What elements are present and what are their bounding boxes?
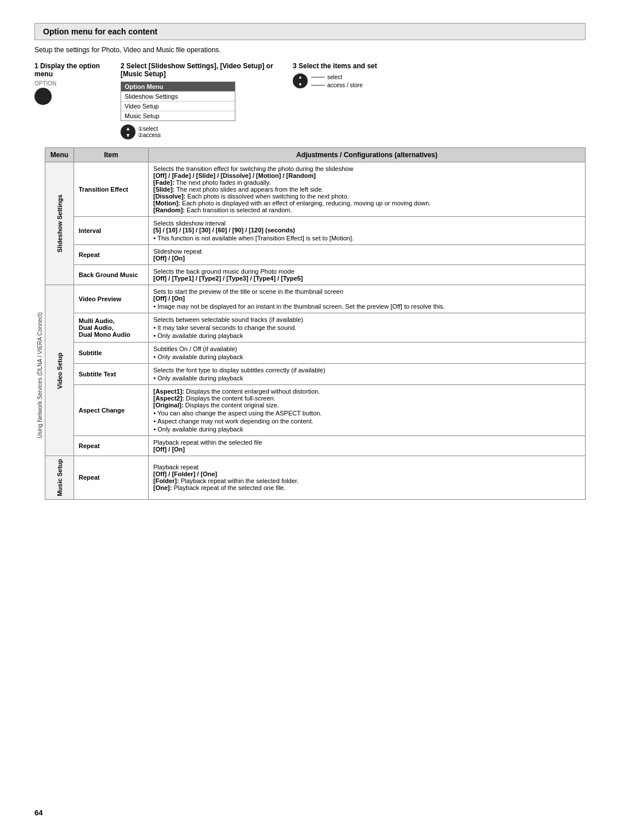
step2-title: Select [Slideshow Settings], [Video Setu… <box>121 62 273 78</box>
menu-item-slideshow[interactable]: Slideshow Settings <box>121 91 235 101</box>
step2-access-label: ②access <box>138 132 161 138</box>
bullet-text: ●You can also change the aspect using th… <box>153 410 580 417</box>
step3-labels: select access / store <box>311 74 363 88</box>
item-cell: Interval <box>74 217 149 245</box>
step3-select-label: select <box>327 74 342 80</box>
adj-cell: Sets to start the preview of the title o… <box>149 285 586 313</box>
adj-part-normal: Playback repeat <box>153 464 580 470</box>
dash-line-1 <box>311 77 325 77</box>
item-cell: Subtitle Text <box>74 364 149 385</box>
adj-part-normal: Selects between selectable sound tracks … <box>153 316 580 323</box>
menu-item-video[interactable]: Video Setup <box>121 101 235 111</box>
adj-cell: Slideshow repeat [Off] / [On] <box>149 245 586 265</box>
step1-heading: 1 Display the option menu <box>34 62 109 78</box>
adj-part-normal: Selects the back ground music during Pho… <box>153 268 580 275</box>
steps-area: 1 Display the option menu OPTION 2 Selec… <box>34 62 586 139</box>
item-cell: Repeat <box>74 436 149 456</box>
adj-cell: Selects the transition effect for switch… <box>149 162 586 217</box>
step3-number: 3 <box>293 62 297 70</box>
bullet-text: ●Only available during playback <box>153 353 580 360</box>
adj-cell: Selects the font type to display subtitl… <box>149 364 586 385</box>
page-number: 64 <box>34 808 42 817</box>
nav-btn-step3[interactable]: ▲ ▼ <box>293 73 308 88</box>
step1: 1 Display the option menu OPTION <box>34 62 109 107</box>
th-item: Item <box>74 148 149 162</box>
adj-part-bold: [Off] / [On] <box>153 255 580 262</box>
bullet-text: ●It may take several seconds to change t… <box>153 324 580 331</box>
sidebar-text-container: Using Network Services (DLNA / VIERA Con… <box>34 147 45 500</box>
step2-number: 2 <box>121 62 125 70</box>
step3-select-line: select <box>311 74 363 80</box>
step2-heading: 2 Select [Slideshow Settings], [Video Se… <box>121 62 281 78</box>
adj-part: [Fade]: The next photo fades in graduall… <box>153 179 580 186</box>
adj-part: [Folder]: Playback repeat within the sel… <box>153 477 580 484</box>
option-button[interactable] <box>34 88 52 105</box>
bullet-text: ●Image may not be displayed for an insta… <box>153 303 580 310</box>
item-cell: Back Ground Music <box>74 265 149 285</box>
adj-part-bold: [Off] / [Folder] / [One] <box>153 470 580 477</box>
adj-part-normal: Playback repeat within the selected file <box>153 439 580 446</box>
adj-part: [Motion]: Each photo is displayed with a… <box>153 200 580 207</box>
step1-number: 1 <box>34 62 38 70</box>
adj-cell: Selects between selectable sound tracks … <box>149 313 586 343</box>
th-menu: Menu <box>45 148 74 162</box>
adj-part-normal: Selects the font type to display subtitl… <box>153 367 580 374</box>
step3-title: Select the items and set <box>299 62 377 70</box>
adj-part-normal: Sets to start the preview of the title o… <box>153 288 580 295</box>
item-cell: Transition Effect <box>74 162 149 217</box>
adj-cell: Playback repeat [Off] / [Folder] / [One]… <box>149 456 586 500</box>
item-cell: Repeat <box>74 245 149 265</box>
adj-part: [Dissolve]: Each photo is dissolved when… <box>153 193 580 200</box>
section-cell-slideshowsettings: Slideshow Settings <box>45 162 74 285</box>
adj-part: [Random]: Each transition is selected at… <box>153 207 580 213</box>
step3-select-row: ▲ ▼ select access / store <box>293 73 408 88</box>
step3-store-label: access / store <box>327 82 363 88</box>
adj-part-normal: Selects slideshow interval <box>153 220 580 227</box>
option-label: OPTION <box>34 80 109 87</box>
adj-part-bold: [5] / [10] / [15] / [30] / [60] / [90] /… <box>153 227 580 234</box>
step3: 3 Select the items and set ▲ ▼ select ac… <box>293 62 408 91</box>
adj-part-bold: [Off] / [On] <box>153 446 580 453</box>
bullet-text: ●Only available during playback <box>153 426 580 433</box>
adj-cell: Subtitles On / Off (if available)●Only a… <box>149 343 586 364</box>
step3-heading: 3 Select the items and set <box>293 62 408 70</box>
adj-cell: Playback repeat within the selected file… <box>149 436 586 456</box>
step3-store-line: access / store <box>311 82 363 88</box>
option-menu-box: Option Menu Slideshow Settings Video Set… <box>121 81 235 121</box>
dash-line-2 <box>311 85 325 85</box>
bullet-text: ●Aspect change may not work depending on… <box>153 418 580 425</box>
intro-text: Setup the settings for Photo, Video and … <box>34 46 586 54</box>
adj-cell: [Aspect1]: Displays the content enlarged… <box>149 385 586 436</box>
item-cell: Subtitle <box>74 343 149 364</box>
menu-item-music[interactable]: Music Setup <box>121 111 235 120</box>
bullet-text: ●This function is not available when [Tr… <box>153 235 580 242</box>
adj-part-normal: Selects the transition effect for switch… <box>153 165 580 172</box>
bullet-text: ●Only available during playback <box>153 332 580 339</box>
adj-part: [Original]: Displays the content origina… <box>153 402 580 409</box>
adj-part: [Aspect1]: Displays the content enlarged… <box>153 388 580 395</box>
step2-select-label: ①select <box>138 126 161 132</box>
adj-part-normal: Subtitles On / Off (if available) <box>153 345 580 352</box>
item-cell: Video Preview <box>74 285 149 313</box>
option-menu-header: Option Menu <box>121 82 235 91</box>
adj-part-bold: [Off] / [Fade] / [Slide] / [Dissolve] / … <box>153 172 580 179</box>
section-cell-videosetup: Video Setup <box>45 285 74 456</box>
adj-cell: Selects the back ground music during Pho… <box>149 265 586 285</box>
bullet-text: ●Only available during playback <box>153 375 580 382</box>
main-table: Menu Item Adjustments / Configurations (… <box>45 147 586 500</box>
sidebar-text: Using Network Services (DLNA / VIERA Con… <box>37 209 43 438</box>
step2-nav: ▲ ▼ ①select ②access <box>121 125 281 139</box>
step2-labels: ①select ②access <box>138 126 161 138</box>
th-adj: Adjustments / Configurations (alternativ… <box>149 148 586 162</box>
item-cell: Multi Audio, Dual Audio, Dual Mono Audio <box>74 313 149 343</box>
adj-part: [Slide]: The next photo slides and appea… <box>153 186 580 193</box>
adj-part: [Aspect2]: Displays the content full-scr… <box>153 395 580 402</box>
adj-part-bold: [Off] / [On] <box>153 295 580 302</box>
section-cell-musicsetup: Music Setup <box>45 456 74 500</box>
step2: 2 Select [Slideshow Settings], [Video Se… <box>121 62 281 139</box>
adj-part-bold: [Off] / [Type1] / [Type2] / [Type3] / [T… <box>153 275 580 282</box>
item-cell: Aspect Change <box>74 385 149 436</box>
section-title: Option menu for each content <box>34 23 586 40</box>
step1-title: Display the option menu <box>34 62 100 78</box>
nav-btn-step2[interactable]: ▲ ▼ <box>121 125 135 139</box>
